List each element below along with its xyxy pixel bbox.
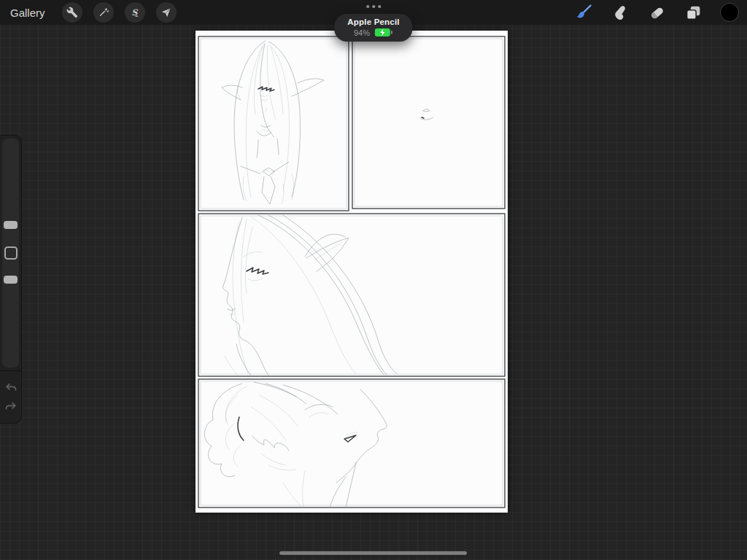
paint-tool-button[interactable]: [573, 2, 594, 23]
undo-arrow-icon: [4, 382, 18, 394]
panel-4-sketch: [204, 382, 387, 508]
apple-pencil-notification: Apple Pencil 94%: [334, 14, 412, 42]
sidebar: [0, 135, 22, 424]
gallery-button[interactable]: Gallery: [10, 7, 51, 19]
home-indicator[interactable]: [279, 551, 467, 555]
paintbrush-icon: [574, 3, 593, 22]
undo-redo-group: [0, 370, 21, 423]
redo-button[interactable]: [4, 401, 18, 413]
panel-1-sketch: [222, 41, 324, 204]
pencil-battery-percent: 94%: [354, 28, 370, 37]
selection-button[interactable]: S: [125, 2, 145, 23]
smudge-tool-button[interactable]: [610, 2, 630, 23]
adjustments-button[interactable]: [93, 2, 114, 23]
smudge-icon: [611, 4, 630, 22]
eraser-icon: [648, 4, 666, 22]
modify-button[interactable]: [4, 246, 18, 260]
color-swatch: [720, 3, 739, 22]
panel-1: [198, 36, 349, 211]
battery-charging-icon: [374, 28, 393, 37]
topbar-right-group: [573, 2, 747, 23]
panel-4: [198, 379, 505, 508]
topbar-left-group: Gallery S: [0, 2, 177, 23]
magic-wand-icon: [98, 7, 109, 18]
layers-button[interactable]: [683, 2, 703, 23]
transform-arrow-icon: [160, 7, 171, 18]
undo-button[interactable]: [4, 382, 18, 394]
comic-page-sketch: [196, 31, 508, 513]
procreate-screen: Gallery S: [0, 0, 747, 560]
panel-3-sketch: [223, 215, 397, 376]
artwork-canvas[interactable]: [196, 31, 508, 513]
wrench-icon: [66, 7, 78, 18]
color-button[interactable]: [719, 2, 740, 23]
opacity-slider-handle[interactable]: [4, 276, 18, 284]
brush-size-slider-handle[interactable]: [4, 221, 18, 229]
panel-2: [352, 36, 505, 209]
layers-icon: [684, 4, 703, 22]
pencil-notification-title: Apple Pencil: [347, 18, 399, 26]
ellipsis-icon[interactable]: [366, 5, 381, 8]
erase-tool-button[interactable]: [646, 2, 667, 23]
redo-arrow-icon: [4, 401, 18, 413]
actions-button[interactable]: [62, 2, 82, 23]
panel-3: [198, 214, 505, 376]
panel-2-sketch: [420, 109, 433, 120]
selection-s-icon: S: [128, 7, 141, 19]
transform-button[interactable]: [156, 2, 177, 23]
